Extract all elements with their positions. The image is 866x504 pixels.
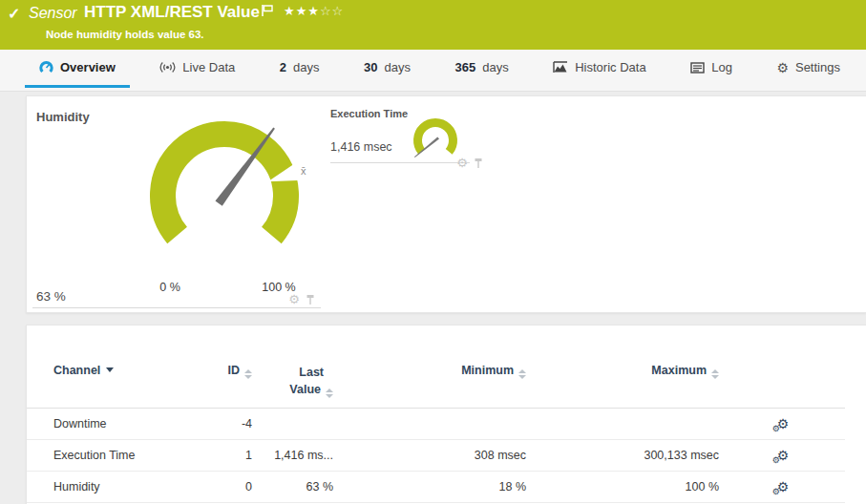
gauge-settings-gear-icon[interactable]: ⚙ <box>456 157 468 169</box>
pin-icon[interactable] <box>474 158 483 169</box>
channel-maximum: 300,133 msec <box>528 449 721 462</box>
channel-minimum: 18 % <box>335 480 528 494</box>
channels-table: Channel ID Last Value Minimum Maximum Do… <box>27 326 845 503</box>
humidity-gauge-card: Humidity x̄ 0 % 100 % 63 % ⚙ <box>32 104 321 308</box>
tab-30-days[interactable]: 30 days <box>349 50 425 88</box>
tab-label: Historic Data <box>575 60 645 74</box>
channel-last-value: 1,416 ms... <box>254 449 335 462</box>
channel-maximum: 100 % <box>528 480 721 494</box>
column-header-maximum[interactable]: Maximum <box>528 364 721 379</box>
tab-log[interactable]: Log <box>676 50 747 88</box>
channel-minimum: 308 msec <box>335 449 528 462</box>
stars-filled: ★★★ <box>284 4 320 18</box>
tab-label: days <box>385 60 411 74</box>
channel-name: Execution Time <box>27 449 225 462</box>
tab-label: Overview <box>60 60 116 74</box>
live-signal-icon <box>159 61 176 74</box>
column-header-id[interactable]: ID <box>225 364 254 379</box>
humidity-gauge <box>32 104 321 308</box>
execution-time-gauge-card: Execution Time 1,416 msec ⚙ <box>330 108 470 163</box>
header-label: Minimum <box>461 364 514 377</box>
channel-name: Downtime <box>27 417 225 430</box>
tab-number: 365 <box>455 60 476 74</box>
gauge-average-marker-label: x̄ <box>301 165 306 177</box>
column-header-minimum[interactable]: Minimum <box>335 364 528 379</box>
channel-id: 0 <box>225 480 254 494</box>
table-row-downtime[interactable]: Downtime -4 ⚙⚙ <box>27 409 845 440</box>
sort-arrows-icon <box>711 369 719 379</box>
channel-settings-gears-icon[interactable]: ⚙⚙ <box>777 417 790 431</box>
tab-label: Live Data <box>182 60 235 74</box>
table-row-execution-time[interactable]: Execution Time 1 1,416 ms... 308 msec 30… <box>27 440 845 472</box>
sort-caret-icon <box>106 368 114 372</box>
tab-label: days <box>293 60 319 74</box>
channels-table-header: Channel ID Last Value Minimum Maximum <box>27 364 845 409</box>
gear-icon: ⚙ <box>776 61 789 74</box>
status-ok-check-icon: ✓ <box>8 5 20 23</box>
channel-id: -4 <box>225 417 254 430</box>
log-icon <box>690 62 705 74</box>
tab-label: days <box>482 60 508 74</box>
channel-settings-gears-icon[interactable]: ⚙⚙ <box>777 449 790 463</box>
tab-label: Settings <box>795 60 840 74</box>
tab-bar: Overview Live Data 2 days 30 days 365 da… <box>0 50 866 92</box>
stars-empty: ☆☆ <box>320 4 344 18</box>
execution-time-current-value: 1,416 msec <box>330 140 392 154</box>
gear-icon: ⚙ <box>772 425 780 433</box>
tab-label: Log <box>711 60 732 74</box>
tab-number: 30 <box>364 60 377 74</box>
tab-2-days[interactable]: 2 days <box>265 50 334 88</box>
tab-live-data[interactable]: Live Data <box>145 50 249 88</box>
overview-panel: Humidity x̄ 0 % 100 % 63 % ⚙ Execution T… <box>26 95 866 313</box>
gear-icon: ⚙ <box>772 488 780 496</box>
sort-arrows-icon <box>518 369 526 379</box>
gauge-title: Execution Time <box>330 108 408 119</box>
header-label: Channel <box>53 364 100 377</box>
gauge-settings-gear-icon[interactable]: ⚙ <box>288 293 300 305</box>
header-label: Maximum <box>651 364 707 377</box>
channel-name: Humidity <box>27 480 225 494</box>
sensor-title: HTTP XML/REST Value <box>84 3 260 22</box>
channels-panel: Channel ID Last Value Minimum Maximum Do… <box>26 325 866 504</box>
sort-arrows-icon <box>244 369 252 379</box>
humidity-current-value: 63 % <box>36 289 66 304</box>
tab-historic-data[interactable]: Historic Data <box>539 50 660 88</box>
header-label: ID <box>228 364 241 377</box>
tab-settings[interactable]: ⚙ Settings <box>762 50 855 88</box>
sensor-status-message: Node humidity holds value 63. <box>46 29 204 40</box>
priority-stars[interactable]: ★★★☆☆ <box>284 4 344 18</box>
historic-chart-icon <box>553 61 568 74</box>
gauge-icon <box>39 60 53 74</box>
channel-last-value: 63 % <box>254 480 335 494</box>
channel-id: 1 <box>225 449 254 462</box>
channel-settings-gears-icon[interactable]: ⚙⚙ <box>777 480 790 494</box>
column-header-channel[interactable]: Channel <box>27 364 225 377</box>
object-kind-label: Sensor <box>29 5 77 22</box>
execution-time-gauge <box>412 116 459 163</box>
header-label: Last <box>299 366 324 379</box>
pin-icon[interactable] <box>306 294 315 305</box>
gear-icon: ⚙ <box>772 456 780 465</box>
gauge-min-label: 0 % <box>151 281 189 294</box>
priority-flag-icon[interactable] <box>261 4 275 23</box>
column-header-last-value[interactable]: Last Value <box>254 364 335 398</box>
sort-arrows-icon <box>326 388 333 398</box>
table-row-humidity[interactable]: Humidity 0 63 % 18 % 100 % ⚙⚙ <box>27 472 845 503</box>
tab-365-days[interactable]: 365 days <box>441 50 523 88</box>
header-label: Value <box>289 383 321 396</box>
sensor-header-bar: ✓ Sensor HTTP XML/REST Value ★★★☆☆ Node … <box>0 0 866 50</box>
tab-overview[interactable]: Overview <box>25 50 130 88</box>
tab-number: 2 <box>280 60 286 74</box>
